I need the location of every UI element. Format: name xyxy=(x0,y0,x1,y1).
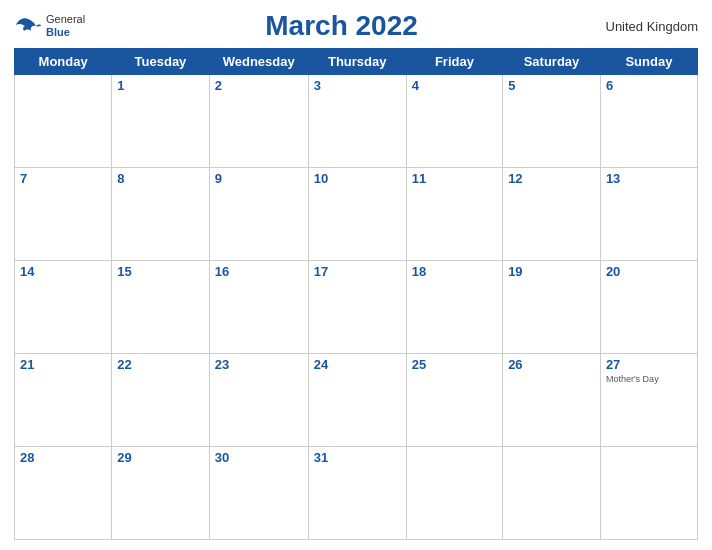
day-number: 6 xyxy=(606,78,692,93)
day-number: 15 xyxy=(117,264,203,279)
header-sunday: Sunday xyxy=(600,49,697,75)
calendar-cell: 25 xyxy=(406,354,502,447)
day-number: 26 xyxy=(508,357,595,372)
calendar-cell: 19 xyxy=(503,261,601,354)
day-number: 16 xyxy=(215,264,303,279)
calendar-cell xyxy=(15,75,112,168)
calendar-week-row: 14151617181920 xyxy=(15,261,698,354)
calendar-cell: 27Mother's Day xyxy=(600,354,697,447)
calendar-header: General Blue March 2022 United Kingdom xyxy=(14,10,698,42)
logo: General Blue xyxy=(14,13,85,39)
day-number: 12 xyxy=(508,171,595,186)
header-saturday: Saturday xyxy=(503,49,601,75)
logo-blue: Blue xyxy=(46,26,85,39)
day-number: 27 xyxy=(606,357,692,372)
calendar-cell: 7 xyxy=(15,168,112,261)
calendar-cell xyxy=(600,447,697,540)
calendar-table: Monday Tuesday Wednesday Thursday Friday… xyxy=(14,48,698,540)
calendar-cell: 10 xyxy=(308,168,406,261)
day-number: 17 xyxy=(314,264,401,279)
calendar-week-row: 78910111213 xyxy=(15,168,698,261)
event-label: Mother's Day xyxy=(606,374,692,384)
calendar-cell: 11 xyxy=(406,168,502,261)
header-monday: Monday xyxy=(15,49,112,75)
weekday-header-row: Monday Tuesday Wednesday Thursday Friday… xyxy=(15,49,698,75)
day-number: 14 xyxy=(20,264,106,279)
day-number: 18 xyxy=(412,264,497,279)
day-number: 7 xyxy=(20,171,106,186)
day-number: 4 xyxy=(412,78,497,93)
country-label: United Kingdom xyxy=(598,19,698,34)
day-number: 24 xyxy=(314,357,401,372)
calendar-cell: 26 xyxy=(503,354,601,447)
header-thursday: Thursday xyxy=(308,49,406,75)
calendar-cell: 18 xyxy=(406,261,502,354)
calendar-cell: 4 xyxy=(406,75,502,168)
day-number: 30 xyxy=(215,450,303,465)
calendar-cell: 5 xyxy=(503,75,601,168)
day-number: 2 xyxy=(215,78,303,93)
header-friday: Friday xyxy=(406,49,502,75)
day-number: 1 xyxy=(117,78,203,93)
calendar-cell: 16 xyxy=(209,261,308,354)
calendar-week-row: 123456 xyxy=(15,75,698,168)
calendar-cell: 14 xyxy=(15,261,112,354)
day-number: 21 xyxy=(20,357,106,372)
logo-bird-icon xyxy=(14,15,42,37)
day-number: 9 xyxy=(215,171,303,186)
calendar-cell: 17 xyxy=(308,261,406,354)
day-number: 23 xyxy=(215,357,303,372)
calendar-cell: 23 xyxy=(209,354,308,447)
day-number: 5 xyxy=(508,78,595,93)
day-number: 28 xyxy=(20,450,106,465)
calendar-page: General Blue March 2022 United Kingdom M… xyxy=(0,0,712,550)
calendar-cell: 20 xyxy=(600,261,697,354)
calendar-cell xyxy=(406,447,502,540)
day-number: 22 xyxy=(117,357,203,372)
calendar-cell: 1 xyxy=(112,75,209,168)
day-number: 8 xyxy=(117,171,203,186)
calendar-cell xyxy=(503,447,601,540)
calendar-cell: 3 xyxy=(308,75,406,168)
calendar-week-row: 21222324252627Mother's Day xyxy=(15,354,698,447)
header-wednesday: Wednesday xyxy=(209,49,308,75)
calendar-cell: 12 xyxy=(503,168,601,261)
calendar-cell: 22 xyxy=(112,354,209,447)
calendar-cell: 28 xyxy=(15,447,112,540)
day-number: 13 xyxy=(606,171,692,186)
day-number: 29 xyxy=(117,450,203,465)
calendar-cell: 9 xyxy=(209,168,308,261)
logo-general: General xyxy=(46,13,85,26)
day-number: 19 xyxy=(508,264,595,279)
calendar-cell: 15 xyxy=(112,261,209,354)
calendar-cell: 29 xyxy=(112,447,209,540)
day-number: 25 xyxy=(412,357,497,372)
calendar-cell: 2 xyxy=(209,75,308,168)
calendar-week-row: 28293031 xyxy=(15,447,698,540)
header-tuesday: Tuesday xyxy=(112,49,209,75)
day-number: 31 xyxy=(314,450,401,465)
calendar-cell: 6 xyxy=(600,75,697,168)
calendar-cell: 31 xyxy=(308,447,406,540)
logo-text: General Blue xyxy=(46,13,85,39)
day-number: 20 xyxy=(606,264,692,279)
calendar-cell: 21 xyxy=(15,354,112,447)
day-number: 11 xyxy=(412,171,497,186)
calendar-title: March 2022 xyxy=(85,10,598,42)
calendar-cell: 13 xyxy=(600,168,697,261)
day-number: 10 xyxy=(314,171,401,186)
calendar-cell: 24 xyxy=(308,354,406,447)
calendar-cell: 30 xyxy=(209,447,308,540)
calendar-cell: 8 xyxy=(112,168,209,261)
day-number: 3 xyxy=(314,78,401,93)
